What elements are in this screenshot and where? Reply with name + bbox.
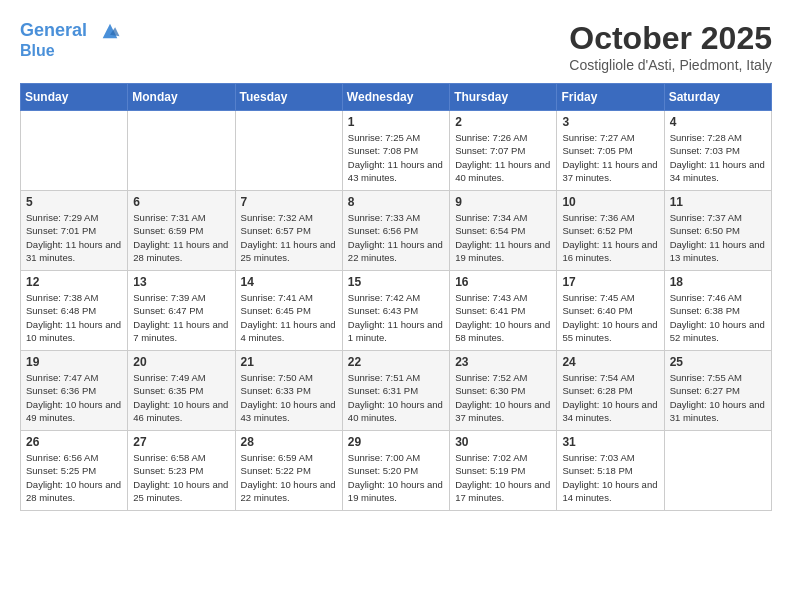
day-info: Sunrise: 7:45 AM Sunset: 6:40 PM Dayligh… (562, 291, 658, 344)
day-cell-30: 30Sunrise: 7:02 AM Sunset: 5:19 PM Dayli… (450, 431, 557, 511)
col-header-sunday: Sunday (21, 84, 128, 111)
day-number: 16 (455, 275, 551, 289)
day-info: Sunrise: 7:33 AM Sunset: 6:56 PM Dayligh… (348, 211, 444, 264)
day-info: Sunrise: 7:37 AM Sunset: 6:50 PM Dayligh… (670, 211, 766, 264)
day-number: 23 (455, 355, 551, 369)
week-row-2: 5Sunrise: 7:29 AM Sunset: 7:01 PM Daylig… (21, 191, 772, 271)
calendar-header-row: SundayMondayTuesdayWednesdayThursdayFrid… (21, 84, 772, 111)
day-number: 22 (348, 355, 444, 369)
day-number: 4 (670, 115, 766, 129)
title-block: October 2025 Costigliole d'Asti, Piedmon… (569, 20, 772, 73)
logo-icon (96, 20, 124, 42)
day-number: 20 (133, 355, 229, 369)
day-cell-13: 13Sunrise: 7:39 AM Sunset: 6:47 PM Dayli… (128, 271, 235, 351)
day-number: 12 (26, 275, 122, 289)
empty-cell (664, 431, 771, 511)
day-number: 7 (241, 195, 337, 209)
day-cell-15: 15Sunrise: 7:42 AM Sunset: 6:43 PM Dayli… (342, 271, 449, 351)
day-info: Sunrise: 7:54 AM Sunset: 6:28 PM Dayligh… (562, 371, 658, 424)
day-number: 13 (133, 275, 229, 289)
day-info: Sunrise: 7:34 AM Sunset: 6:54 PM Dayligh… (455, 211, 551, 264)
day-info: Sunrise: 7:31 AM Sunset: 6:59 PM Dayligh… (133, 211, 229, 264)
day-number: 10 (562, 195, 658, 209)
empty-cell (21, 111, 128, 191)
week-row-3: 12Sunrise: 7:38 AM Sunset: 6:48 PM Dayli… (21, 271, 772, 351)
day-number: 21 (241, 355, 337, 369)
col-header-friday: Friday (557, 84, 664, 111)
day-cell-24: 24Sunrise: 7:54 AM Sunset: 6:28 PM Dayli… (557, 351, 664, 431)
logo: General Blue (20, 20, 124, 60)
day-cell-1: 1Sunrise: 7:25 AM Sunset: 7:08 PM Daylig… (342, 111, 449, 191)
day-cell-8: 8Sunrise: 7:33 AM Sunset: 6:56 PM Daylig… (342, 191, 449, 271)
empty-cell (235, 111, 342, 191)
day-cell-5: 5Sunrise: 7:29 AM Sunset: 7:01 PM Daylig… (21, 191, 128, 271)
calendar-table: SundayMondayTuesdayWednesdayThursdayFrid… (20, 83, 772, 511)
day-cell-4: 4Sunrise: 7:28 AM Sunset: 7:03 PM Daylig… (664, 111, 771, 191)
day-number: 11 (670, 195, 766, 209)
day-cell-28: 28Sunrise: 6:59 AM Sunset: 5:22 PM Dayli… (235, 431, 342, 511)
day-info: Sunrise: 7:32 AM Sunset: 6:57 PM Dayligh… (241, 211, 337, 264)
day-info: Sunrise: 7:50 AM Sunset: 6:33 PM Dayligh… (241, 371, 337, 424)
day-number: 25 (670, 355, 766, 369)
col-header-monday: Monday (128, 84, 235, 111)
day-info: Sunrise: 7:52 AM Sunset: 6:30 PM Dayligh… (455, 371, 551, 424)
day-number: 24 (562, 355, 658, 369)
day-info: Sunrise: 7:38 AM Sunset: 6:48 PM Dayligh… (26, 291, 122, 344)
day-info: Sunrise: 7:43 AM Sunset: 6:41 PM Dayligh… (455, 291, 551, 344)
day-info: Sunrise: 6:56 AM Sunset: 5:25 PM Dayligh… (26, 451, 122, 504)
day-info: Sunrise: 7:55 AM Sunset: 6:27 PM Dayligh… (670, 371, 766, 424)
day-number: 17 (562, 275, 658, 289)
day-number: 30 (455, 435, 551, 449)
day-cell-29: 29Sunrise: 7:00 AM Sunset: 5:20 PM Dayli… (342, 431, 449, 511)
col-header-thursday: Thursday (450, 84, 557, 111)
day-info: Sunrise: 7:49 AM Sunset: 6:35 PM Dayligh… (133, 371, 229, 424)
day-cell-10: 10Sunrise: 7:36 AM Sunset: 6:52 PM Dayli… (557, 191, 664, 271)
day-info: Sunrise: 7:47 AM Sunset: 6:36 PM Dayligh… (26, 371, 122, 424)
day-number: 19 (26, 355, 122, 369)
day-info: Sunrise: 7:28 AM Sunset: 7:03 PM Dayligh… (670, 131, 766, 184)
day-cell-27: 27Sunrise: 6:58 AM Sunset: 5:23 PM Dayli… (128, 431, 235, 511)
day-cell-7: 7Sunrise: 7:32 AM Sunset: 6:57 PM Daylig… (235, 191, 342, 271)
day-info: Sunrise: 6:59 AM Sunset: 5:22 PM Dayligh… (241, 451, 337, 504)
day-info: Sunrise: 7:41 AM Sunset: 6:45 PM Dayligh… (241, 291, 337, 344)
day-info: Sunrise: 7:25 AM Sunset: 7:08 PM Dayligh… (348, 131, 444, 184)
week-row-5: 26Sunrise: 6:56 AM Sunset: 5:25 PM Dayli… (21, 431, 772, 511)
day-info: Sunrise: 7:02 AM Sunset: 5:19 PM Dayligh… (455, 451, 551, 504)
day-number: 3 (562, 115, 658, 129)
day-number: 9 (455, 195, 551, 209)
day-cell-21: 21Sunrise: 7:50 AM Sunset: 6:33 PM Dayli… (235, 351, 342, 431)
day-cell-3: 3Sunrise: 7:27 AM Sunset: 7:05 PM Daylig… (557, 111, 664, 191)
day-cell-22: 22Sunrise: 7:51 AM Sunset: 6:31 PM Dayli… (342, 351, 449, 431)
empty-cell (128, 111, 235, 191)
day-cell-18: 18Sunrise: 7:46 AM Sunset: 6:38 PM Dayli… (664, 271, 771, 351)
day-cell-11: 11Sunrise: 7:37 AM Sunset: 6:50 PM Dayli… (664, 191, 771, 271)
day-number: 27 (133, 435, 229, 449)
col-header-wednesday: Wednesday (342, 84, 449, 111)
day-info: Sunrise: 7:46 AM Sunset: 6:38 PM Dayligh… (670, 291, 766, 344)
day-cell-6: 6Sunrise: 7:31 AM Sunset: 6:59 PM Daylig… (128, 191, 235, 271)
day-cell-25: 25Sunrise: 7:55 AM Sunset: 6:27 PM Dayli… (664, 351, 771, 431)
day-number: 15 (348, 275, 444, 289)
day-cell-2: 2Sunrise: 7:26 AM Sunset: 7:07 PM Daylig… (450, 111, 557, 191)
col-header-tuesday: Tuesday (235, 84, 342, 111)
day-info: Sunrise: 7:26 AM Sunset: 7:07 PM Dayligh… (455, 131, 551, 184)
day-info: Sunrise: 7:39 AM Sunset: 6:47 PM Dayligh… (133, 291, 229, 344)
day-cell-26: 26Sunrise: 6:56 AM Sunset: 5:25 PM Dayli… (21, 431, 128, 511)
week-row-4: 19Sunrise: 7:47 AM Sunset: 6:36 PM Dayli… (21, 351, 772, 431)
day-info: Sunrise: 7:27 AM Sunset: 7:05 PM Dayligh… (562, 131, 658, 184)
day-number: 5 (26, 195, 122, 209)
day-cell-19: 19Sunrise: 7:47 AM Sunset: 6:36 PM Dayli… (21, 351, 128, 431)
day-cell-9: 9Sunrise: 7:34 AM Sunset: 6:54 PM Daylig… (450, 191, 557, 271)
day-info: Sunrise: 6:58 AM Sunset: 5:23 PM Dayligh… (133, 451, 229, 504)
day-number: 6 (133, 195, 229, 209)
day-cell-20: 20Sunrise: 7:49 AM Sunset: 6:35 PM Dayli… (128, 351, 235, 431)
day-number: 2 (455, 115, 551, 129)
col-header-saturday: Saturday (664, 84, 771, 111)
day-cell-14: 14Sunrise: 7:41 AM Sunset: 6:45 PM Dayli… (235, 271, 342, 351)
logo-text: General (20, 20, 124, 42)
day-cell-16: 16Sunrise: 7:43 AM Sunset: 6:41 PM Dayli… (450, 271, 557, 351)
day-cell-23: 23Sunrise: 7:52 AM Sunset: 6:30 PM Dayli… (450, 351, 557, 431)
day-number: 18 (670, 275, 766, 289)
day-info: Sunrise: 7:00 AM Sunset: 5:20 PM Dayligh… (348, 451, 444, 504)
day-number: 28 (241, 435, 337, 449)
